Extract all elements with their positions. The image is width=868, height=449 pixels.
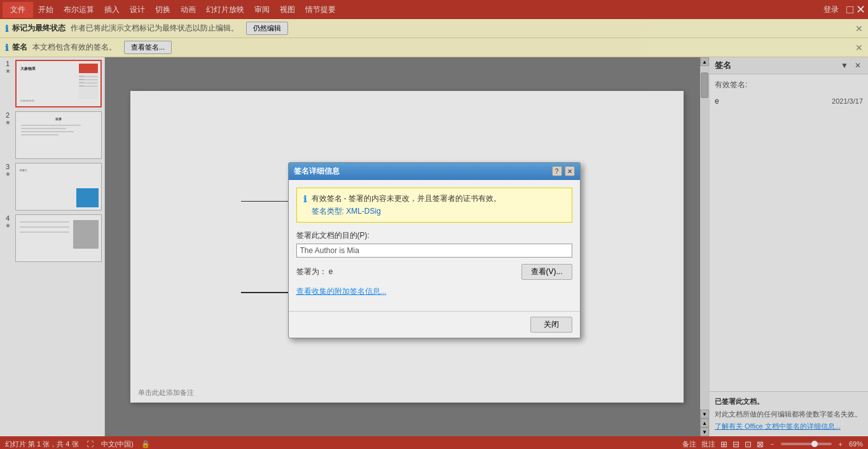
modal-info-main: 有效签名 - 签署的内容未更改，并且签署者的证书有效。 bbox=[312, 193, 502, 204]
modal-help-button[interactable]: ? bbox=[552, 166, 562, 176]
modal-close-btn[interactable]: 关闭 bbox=[530, 317, 572, 333]
modal-collect-link[interactable]: 查看收集的附加签名信息... bbox=[296, 287, 387, 296]
modal-purpose-label: 签署此文档的目的(P): bbox=[296, 230, 572, 241]
signature-detail-modal: 签名详细信息 ? ✕ ℹ 有效签名 - 签署的内容未更改，并且签署者的证书有效。… bbox=[288, 162, 581, 338]
modal-view-button[interactable]: 查看(V)... bbox=[521, 264, 572, 280]
modal-info-type: 签名类型: XML-DSig bbox=[312, 206, 502, 217]
modal-info-box: ℹ 有效签名 - 签署的内容未更改，并且签署者的证书有效。 签名类型: XML-… bbox=[296, 188, 572, 223]
modal-controls: ? ✕ bbox=[552, 166, 575, 176]
modal-signed-row: 签署为： e 查看(V)... bbox=[296, 264, 572, 280]
modal-title: 签名详细信息 bbox=[294, 166, 340, 177]
modal-purpose-field: 签署此文档的目的(P): bbox=[296, 230, 572, 258]
modal-titlebar: 签名详细信息 ? ✕ bbox=[289, 163, 580, 180]
modal-info-icon: ℹ bbox=[303, 194, 307, 204]
modal-footer: 关闭 bbox=[289, 311, 580, 338]
modal-signed-by-text: 签署为： e bbox=[296, 266, 333, 277]
modal-overlay: 签名详细信息 ? ✕ ℹ 有效签名 - 签署的内容未更改，并且签署者的证书有效。… bbox=[0, 0, 868, 449]
modal-body: ℹ 有效签名 - 签署的内容未更改，并且签署者的证书有效。 签名类型: XML-… bbox=[289, 180, 580, 311]
modal-purpose-input[interactable] bbox=[296, 244, 572, 258]
modal-close-button[interactable]: ✕ bbox=[565, 166, 575, 176]
